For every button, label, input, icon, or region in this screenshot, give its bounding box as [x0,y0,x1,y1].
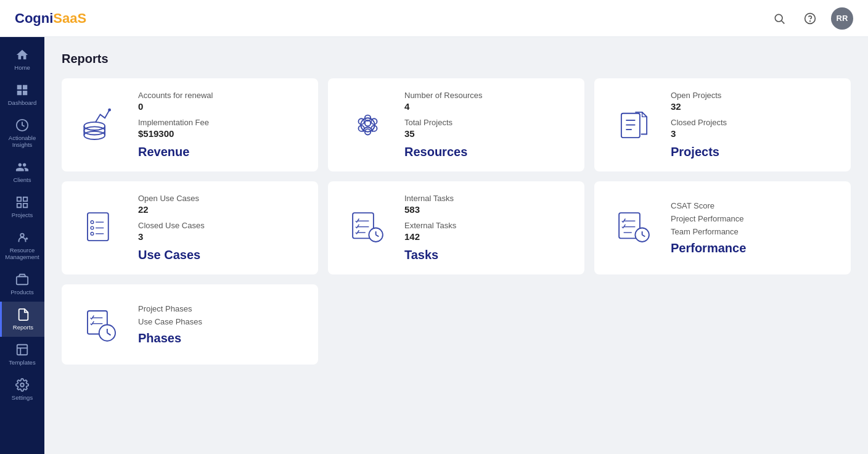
performance-title: Performance [671,241,836,255]
projects-title: Projects [671,145,836,159]
card-revenue[interactable]: Accounts for renewal 0 Implementation Fe… [62,78,318,171]
use-cases-title: Use Cases [138,248,303,262]
revenue-stat-label-1: Accounts for renewal [138,91,303,100]
tasks-content: Internal Tasks 583 External Tasks 142 Ta… [404,194,570,262]
sidebar: Home Dashboard Actionable Insights Clien… [0,37,44,454]
svg-rect-32 [88,213,108,241]
main-layout: Home Dashboard Actionable Insights Clien… [0,37,868,454]
revenue-title: Revenue [138,145,303,159]
header: CogniSaaS RR [0,0,868,37]
help-icon[interactable] [800,9,820,28]
logo-cogni: Cogni [15,10,53,26]
tasks-icon [343,204,392,253]
use-cases-stat-label-2: Closed Use Cases [138,221,303,230]
projects-stat-label-2: Closed Projects [671,118,836,127]
resources-content: Number of Resources 4 Total Projects 35 … [404,91,570,159]
revenue-stat-label-2: Implementation Fee [138,118,303,127]
svg-line-1 [782,20,785,23]
card-projects[interactable]: Open Projects 32 Closed Projects 3 Proje… [594,78,851,171]
tasks-stat-label-1: Internal Tasks [404,194,570,203]
svg-point-11 [20,383,24,387]
use-cases-stat-value-2: 3 [138,231,303,242]
resources-icon [343,101,392,150]
svg-point-0 [775,14,782,22]
content-area: Reports [44,37,868,454]
sidebar-item-settings[interactable]: Settings [0,372,44,407]
tasks-stat-value-2: 142 [404,231,570,242]
use-cases-stat-label-1: Open Use Cases [138,194,303,203]
resources-stat-label-2: Total Projects [404,118,570,127]
sidebar-item-home[interactable]: Home [0,42,44,77]
header-right: RR [769,7,853,30]
sidebar-item-projects[interactable]: Projects [0,189,44,225]
sidebar-item-resource-management[interactable]: Resource Management [0,225,44,266]
resources-stat-value-2: 35 [404,128,570,139]
sidebar-item-dashboard[interactable]: Dashboard [0,77,44,112]
svg-point-35 [91,226,94,229]
resources-stat-value-1: 4 [404,101,570,112]
projects-icon [609,101,658,150]
svg-point-33 [91,221,94,224]
performance-link-csat[interactable]: CSAT Score [671,201,836,210]
use-cases-icon [76,204,126,253]
search-icon[interactable] [769,9,789,28]
performance-icon [609,204,658,253]
sidebar-item-templates[interactable]: Templates [0,337,44,372]
projects-content: Open Projects 32 Closed Projects 3 Proje… [671,91,836,159]
logo: CogniSaaS [15,10,86,27]
revenue-stat-value-2: $519300 [138,128,303,139]
svg-rect-8 [17,345,28,355]
svg-point-3 [810,20,811,21]
avatar[interactable]: RR [831,7,853,30]
cards-grid: Accounts for renewal 0 Implementation Fe… [62,78,851,365]
resources-title: Resources [404,145,570,159]
use-cases-stat-value-1: 22 [138,204,303,215]
projects-stat-label-1: Open Projects [671,91,836,100]
page-title: Reports [62,52,851,66]
resources-stat-label-1: Number of Resources [404,91,570,100]
tasks-stat-label-2: External Tasks [404,221,570,230]
phases-content: Project Phases Use Case Phases Phases [138,304,303,345]
card-use-cases[interactable]: Open Use Cases 22 Closed Use Cases 3 Use… [62,181,318,274]
phases-icon [76,300,126,349]
revenue-stat-value-1: 0 [138,101,303,112]
revenue-content: Accounts for renewal 0 Implementation Fe… [138,91,303,159]
projects-stat-value-2: 3 [671,128,836,139]
svg-point-5 [20,234,24,237]
performance-link-team[interactable]: Team Performance [671,227,836,236]
tasks-title: Tasks [404,248,570,262]
tasks-stat-value-1: 583 [404,204,570,215]
phases-title: Phases [138,331,303,345]
phases-link-project[interactable]: Project Phases [138,304,303,313]
svg-point-37 [91,233,94,236]
revenue-icon [76,101,126,150]
performance-content: CSAT Score Project Performance Team Perf… [671,201,836,255]
phases-link-use-case[interactable]: Use Case Phases [138,317,303,326]
logo-saas: SaaS [53,10,86,26]
card-phases[interactable]: Project Phases Use Case Phases Phases [62,284,318,365]
sidebar-item-actionable-insights[interactable]: Actionable Insights [0,112,44,154]
card-resources[interactable]: Number of Resources 4 Total Projects 35 … [328,78,584,171]
svg-point-19 [108,109,111,112]
sidebar-item-clients[interactable]: Clients [0,154,44,189]
card-performance[interactable]: CSAT Score Project Performance Team Perf… [594,181,851,274]
use-cases-content: Open Use Cases 22 Closed Use Cases 3 Use… [138,194,303,262]
card-tasks[interactable]: Internal Tasks 583 External Tasks 142 Ta… [328,181,584,274]
sidebar-item-products[interactable]: Products [0,266,44,302]
sidebar-item-reports[interactable]: Reports [0,302,44,337]
performance-link-project[interactable]: Project Performance [671,214,836,223]
projects-stat-value-1: 32 [671,101,836,112]
